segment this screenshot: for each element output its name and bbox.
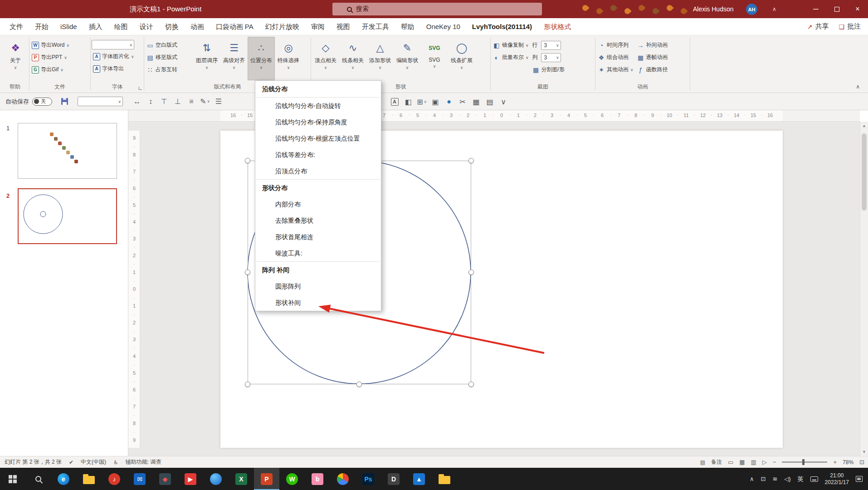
taskbar-search-button[interactable] xyxy=(25,468,51,490)
text-box-icon[interactable]: A xyxy=(388,95,401,108)
tab-animations[interactable]: 动画 xyxy=(185,18,210,35)
save-button[interactable] xyxy=(58,95,71,108)
notes-button[interactable]: 备注 xyxy=(711,458,722,466)
tab-onekey[interactable]: OneKey 10 xyxy=(420,18,466,35)
add-shape-button[interactable]: △添加形状∨ xyxy=(366,37,394,80)
zoom-slider[interactable] xyxy=(782,461,827,463)
slide2-thumbnail[interactable] xyxy=(18,188,117,244)
export-word-button[interactable]: W导出Word∨ xyxy=(30,40,71,50)
tab-design[interactable]: 设计 xyxy=(134,18,159,35)
taskbar-chrome-icon[interactable] xyxy=(330,468,356,490)
tab-help[interactable]: 帮助 xyxy=(395,18,420,35)
zoom-in-button[interactable]: + xyxy=(833,459,837,466)
menu-item[interactable]: 圆形阵列 xyxy=(255,278,381,294)
taskbar-music-player-icon[interactable]: ♪ xyxy=(102,468,127,490)
zoom-out-button[interactable]: − xyxy=(773,459,776,466)
font-export-button[interactable]: A字体导出 xyxy=(92,64,136,74)
horizontal-ruler[interactable]: 16·15·14·13·12·11·10·9·8·7·6·5·4·3·2·1·0… xyxy=(128,110,860,122)
spellcheck-icon[interactable]: ✔ xyxy=(69,459,73,466)
zoom-slider-knob[interactable] xyxy=(802,459,805,465)
row-count-field[interactable]: 行3∨ xyxy=(531,40,566,50)
tab-slideshow[interactable]: 幻灯片放映 xyxy=(259,18,305,35)
taskbar-clock[interactable]: 21:00 2022/1/17 xyxy=(825,472,849,486)
menu-item[interactable]: 形状补间 xyxy=(255,294,381,311)
comments-button[interactable]: ❏ 批注 xyxy=(839,22,861,31)
maximize-button[interactable] xyxy=(826,0,847,18)
display-icon[interactable]: ⊡ xyxy=(761,475,766,482)
vertical-scrollbar[interactable]: ▲ ▼ xyxy=(860,122,868,456)
distribute-horizontal-icon[interactable]: ↔ xyxy=(130,95,144,108)
menu-item[interactable]: 沿顶点分布 xyxy=(255,163,381,179)
tween-animation-button[interactable]: →补间动画 xyxy=(636,40,669,50)
taskbar-powerpoint-icon[interactable]: P xyxy=(254,468,279,490)
align-bottom-icon[interactable]: ⊥ xyxy=(171,95,185,108)
crop-icon[interactable]: ✂ xyxy=(456,95,469,108)
svg-button[interactable]: SVGSVG∨ xyxy=(421,37,448,80)
picture-icon[interactable]: ▣ xyxy=(429,95,442,108)
line-related-button[interactable]: ∿线条相关∨ xyxy=(339,37,366,80)
selection-handle[interactable] xyxy=(245,382,250,387)
export-gif-button[interactable]: G导出Gif∨ xyxy=(30,64,71,75)
taskbar-wechat-icon[interactable]: W xyxy=(279,468,305,490)
tab-pocket-animation[interactable]: 口袋动画 PA xyxy=(210,18,259,35)
fit-to-window-icon[interactable]: ⊡ xyxy=(859,459,864,466)
menu-item[interactable]: 沿线等差分布: xyxy=(255,147,381,163)
taskbar-excel-icon[interactable]: X xyxy=(229,468,254,490)
taskbar-app-icon[interactable]: ◆ xyxy=(152,468,178,490)
align-top-icon[interactable]: ⊤ xyxy=(157,95,171,108)
scroll-down-icon[interactable]: ▼ xyxy=(860,450,868,454)
touch-keyboard-icon[interactable] xyxy=(810,476,818,482)
tab-lvyhtools[interactable]: LvyhTools(201114) xyxy=(466,18,538,35)
tray-chevron-up-icon[interactable]: ∧ xyxy=(750,475,754,482)
view-sorter-button[interactable]: ▦ xyxy=(739,459,745,466)
taskbar-netdisk-icon[interactable] xyxy=(432,468,457,490)
taskbar-mail-icon[interactable]: ✉ xyxy=(127,468,152,490)
advanced-align-button[interactable]: ☰高级对齐∨ xyxy=(220,37,248,80)
align-objects-icon[interactable]: ☰ xyxy=(212,95,225,108)
move-to-layout-button[interactable]: ▤移至版式 xyxy=(145,52,192,63)
menu-item[interactable]: 内部分布 xyxy=(255,196,381,212)
menu-item[interactable]: 噪波工具: xyxy=(255,245,381,261)
about-button[interactable]: ❖关于∨ xyxy=(2,37,29,80)
notification-center-icon[interactable] xyxy=(856,476,863,482)
tab-insert[interactable]: 插入 xyxy=(83,18,108,35)
start-button[interactable] xyxy=(0,468,25,490)
taskbar-bilibili-icon[interactable]: b xyxy=(305,468,330,490)
special-select-button[interactable]: ◎特殊选择∨ xyxy=(275,37,302,80)
edit-shape-button[interactable]: ✎编辑形状∨ xyxy=(394,37,421,80)
taskbar-photos-icon[interactable]: ▲ xyxy=(406,468,432,490)
speaker-icon[interactable]: ◁) xyxy=(784,475,790,482)
export-ppt-button[interactable]: P导出PPT∨ xyxy=(30,52,71,63)
tab-shape-format[interactable]: 形状格式 xyxy=(538,18,577,35)
tab-transitions[interactable]: 切换 xyxy=(159,18,185,35)
input-language-indicator[interactable]: 英 xyxy=(798,475,804,483)
menu-item[interactable]: 沿线均匀分布-自动旋转 xyxy=(255,98,381,114)
taskbar-photoshop-icon[interactable]: Ps xyxy=(356,468,381,490)
view-normal-button[interactable]: ▭ xyxy=(728,459,733,466)
tab-view[interactable]: 视图 xyxy=(331,18,356,35)
autosave-toggle[interactable]: 关 xyxy=(32,98,52,106)
view-slideshow-button[interactable]: ▷ xyxy=(762,459,767,466)
more-options-icon[interactable]: ∨ xyxy=(497,95,510,108)
tab-home[interactable]: 开始 xyxy=(29,18,54,35)
frame-animation-button[interactable]: ▦逐帧动画 xyxy=(636,52,669,63)
oval-shape-icon[interactable]: ● xyxy=(442,95,456,108)
collapse-ribbon-icon[interactable]: ∧ xyxy=(856,83,860,90)
position-distribute-button[interactable]: ∴位置分布∨ xyxy=(248,37,275,80)
line-extend-button[interactable]: ◯线条扩展∨ xyxy=(448,37,475,80)
ribbon-display-options-icon[interactable]: ∧ xyxy=(772,6,776,12)
mirror-copy-button[interactable]: ◧镜像复制∨ xyxy=(492,40,530,50)
zoom-level[interactable]: 78% xyxy=(843,459,853,466)
grid-icon[interactable]: ▦ xyxy=(469,95,483,108)
function-path-button[interactable]: ƒ函数路径 xyxy=(636,64,669,75)
user-name[interactable]: Alexis Hudson xyxy=(693,0,734,18)
layer-order-button[interactable]: ⇅图层调序∨ xyxy=(193,37,220,80)
table-icon[interactable]: ⊞∨ xyxy=(415,95,429,108)
distribute-vertical-icon[interactable]: ↕ xyxy=(144,95,157,108)
other-animation-button[interactable]: ✶其他动画∨ xyxy=(596,64,635,75)
selection-handle[interactable] xyxy=(468,158,474,163)
shape-fill-icon[interactable]: ◧ xyxy=(401,95,415,108)
selection-handle[interactable] xyxy=(468,382,474,387)
minimize-button[interactable]: ─ xyxy=(805,0,826,18)
col-count-field[interactable]: 列3∨ xyxy=(531,52,566,63)
